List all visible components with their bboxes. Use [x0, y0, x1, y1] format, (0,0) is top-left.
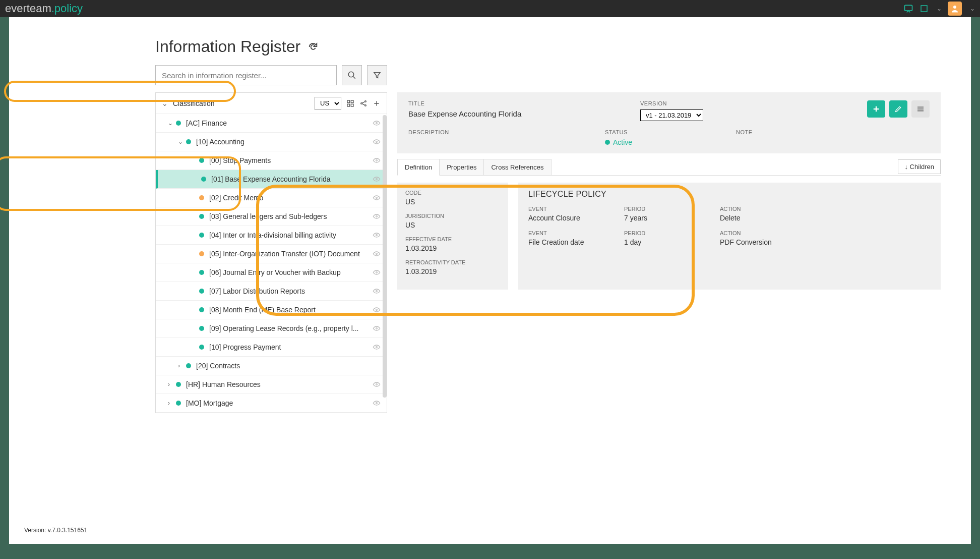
classification-label: Classification: [173, 99, 214, 107]
eye-icon[interactable]: [373, 195, 381, 201]
tree-header: ⌄ Classification US: [156, 93, 387, 114]
tree-item[interactable]: [00] Stop Payments: [156, 151, 387, 170]
tree-item[interactable]: ›[20] Contracts: [156, 357, 387, 375]
tree-item-label: [AC] Finance: [186, 119, 373, 127]
tree-item-label: [HR] Human Resources: [186, 380, 373, 388]
svg-point-9: [365, 100, 366, 102]
eye-icon[interactable]: [373, 288, 381, 294]
page-title: Information Register: [155, 37, 300, 56]
eye-icon[interactable]: [373, 157, 381, 163]
status-dot-icon: [199, 270, 204, 275]
children-button[interactable]: ↓ Children: [898, 159, 941, 174]
tree-item[interactable]: ⌄[10] Accounting: [156, 133, 387, 151]
chevron-down-icon[interactable]: ⌄: [178, 138, 186, 145]
topbar: everteam.policy ⌄ ⌄: [0, 0, 980, 17]
tree-item[interactable]: [05] Inter-Organization Transfer (IOT) D…: [156, 245, 387, 263]
eye-icon[interactable]: [373, 344, 381, 350]
svg-point-13: [376, 160, 378, 161]
tab-definition[interactable]: Definition: [397, 159, 440, 176]
tab-properties[interactable]: Properties: [439, 159, 484, 175]
version-select[interactable]: v1 - 21.03.2019: [640, 109, 703, 121]
share-icon[interactable]: [359, 99, 368, 107]
search-input[interactable]: [155, 65, 337, 85]
eye-icon[interactable]: [373, 325, 381, 331]
tree-item[interactable]: [07] Labor Distribution Reports: [156, 282, 387, 301]
tree-item[interactable]: ›[HR] Human Resources: [156, 375, 387, 394]
tree-item[interactable]: [02] Credit Memo: [156, 189, 387, 207]
event-label: EVENT: [528, 230, 604, 236]
eye-icon[interactable]: [373, 251, 381, 257]
field-value: US: [405, 198, 500, 206]
note-label: NOTE: [736, 129, 847, 135]
scrollbar[interactable]: [383, 115, 387, 398]
svg-point-25: [376, 403, 378, 404]
tree-item[interactable]: ›[MO] Mortgage: [156, 394, 387, 413]
status-dot-icon: [186, 363, 191, 368]
search-button[interactable]: [342, 65, 362, 85]
tree-item-label: [02] Credit Memo: [209, 194, 373, 202]
eye-icon[interactable]: [373, 307, 381, 313]
event-label: EVENT: [528, 206, 604, 212]
status-dot-icon: [605, 140, 610, 145]
chevron-right-icon[interactable]: ›: [168, 381, 176, 388]
svg-point-19: [376, 272, 378, 273]
field-value: US: [405, 221, 500, 229]
chevron-down-icon[interactable]: ⌄: [168, 120, 176, 127]
tree-item[interactable]: [10] Progress Payment: [156, 338, 387, 357]
tree-collapse-icon[interactable]: ⌄: [162, 99, 168, 107]
chevron-right-icon[interactable]: ›: [168, 400, 176, 407]
add-button[interactable]: [867, 100, 885, 118]
brand-logo: everteam.policy: [5, 2, 83, 15]
tree-item-label: [06] Journal Entry or Voucher with Backu…: [209, 268, 373, 276]
svg-point-16: [376, 216, 378, 217]
svg-point-21: [376, 309, 378, 311]
tree-item-label: [03] General ledgers and Sub-ledgers: [209, 212, 373, 220]
tree-item-label: [05] Inter-Organization Transfer (IOT) D…: [209, 250, 373, 258]
edit-button[interactable]: [889, 100, 907, 118]
tree-item[interactable]: [06] Journal Entry or Voucher with Backu…: [156, 263, 387, 282]
eye-icon[interactable]: [373, 139, 381, 145]
chevron-right-icon[interactable]: ›: [178, 362, 186, 369]
status-dot-icon: [199, 158, 204, 163]
status-dot-icon: [176, 121, 181, 126]
menu-button[interactable]: [911, 100, 930, 118]
tree-item[interactable]: ⌄[AC] Finance: [156, 114, 387, 133]
svg-point-2: [953, 6, 956, 9]
grid-icon[interactable]: [346, 99, 354, 107]
tree-item[interactable]: [01] Base Expense Accounting Florida: [156, 170, 387, 189]
tree-item[interactable]: [08] Month End (ME) Base Report: [156, 301, 387, 319]
filter-button[interactable]: [367, 65, 387, 85]
tree-item[interactable]: [04] Inter or Intra-divisional billing a…: [156, 226, 387, 245]
window-chevron-icon[interactable]: ⌄: [937, 5, 942, 12]
title-value: Base Expense Accounting Florida: [408, 109, 529, 118]
avatar-chevron-icon[interactable]: ⌄: [970, 5, 975, 12]
tree-panel: ⌄ Classification US ⌄[AC] Finance⌄: [155, 92, 387, 413]
tree-item-label: [MO] Mortgage: [186, 399, 373, 407]
eye-icon[interactable]: [373, 120, 381, 126]
tab-cross-references[interactable]: Cross References: [483, 159, 551, 175]
tree-item[interactable]: [03] General ledgers and Sub-ledgers: [156, 207, 387, 226]
field-value: 1.03.2019: [405, 267, 500, 275]
eye-icon[interactable]: [373, 269, 381, 275]
action-value: Delete: [720, 214, 795, 222]
brand-part2: .policy: [51, 2, 83, 15]
status-dot-icon: [199, 345, 204, 350]
classification-select[interactable]: US: [315, 97, 341, 110]
tree-item[interactable]: [09] Operating Lease Records (e.g., prop…: [156, 319, 387, 338]
tree-item-label: [00] Stop Payments: [209, 156, 373, 164]
chat-icon[interactable]: [903, 4, 913, 14]
refresh-icon[interactable]: [308, 41, 319, 52]
user-avatar[interactable]: [948, 2, 962, 16]
svg-point-3: [348, 72, 354, 77]
status-dot-icon: [176, 382, 181, 387]
tree-item-label: [01] Base Expense Accounting Florida: [211, 175, 373, 183]
window-icon[interactable]: [920, 4, 929, 13]
svg-point-8: [361, 102, 362, 104]
add-tree-icon[interactable]: [373, 99, 381, 107]
eye-icon[interactable]: [373, 232, 381, 238]
eye-icon[interactable]: [373, 213, 381, 219]
eye-icon[interactable]: [373, 176, 381, 182]
tree-item-label: [09] Operating Lease Records (e.g., prop…: [209, 324, 373, 332]
eye-icon[interactable]: [373, 400, 381, 406]
eye-icon[interactable]: [373, 381, 381, 387]
